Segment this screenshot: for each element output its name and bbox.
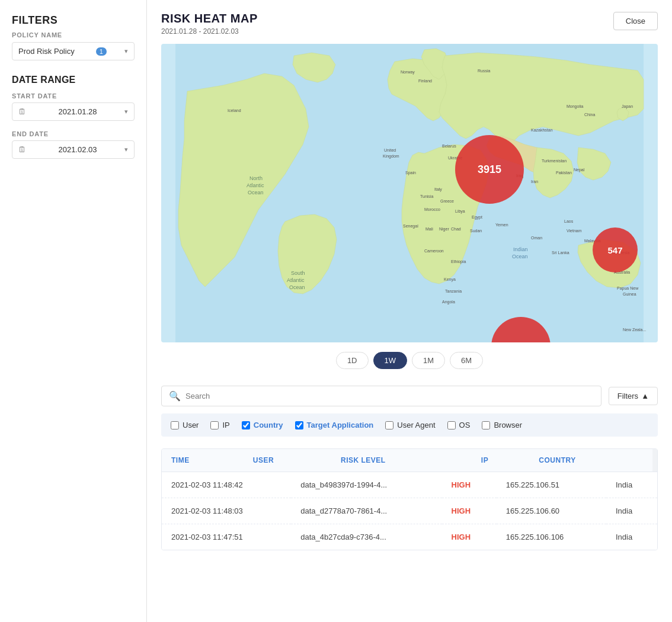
svg-text:Cameroon: Cameroon [424,249,444,253]
chevron-down-icon: ▾ [124,108,128,116]
cell-risk: HIGH [442,498,497,524]
calendar-icon: 🗓 [18,107,26,116]
filter-browser-label: Browser [494,421,522,429]
svg-text:Iran: Iran [531,179,538,184]
cell-country: India [606,524,657,550]
time-btn-6m[interactable]: 6M [450,352,483,369]
svg-text:Mongolia: Mongolia [567,104,584,109]
col-user: USER [244,449,331,472]
start-date-label: START DATE [12,92,135,100]
filter-user-checkbox[interactable] [171,421,179,429]
svg-text:Pakistan: Pakistan [556,171,572,175]
search-input-wrap[interactable]: 🔍 [161,386,601,406]
policy-dropdown[interactable]: Prod Risk Policy 1 ▾ [12,42,135,60]
svg-text:Finland: Finland [418,79,432,83]
end-date-label: END DATE [12,130,135,137]
filter-os-checkbox[interactable] [447,421,456,429]
time-range-controls: 1D 1W 1M 6M [161,352,658,369]
search-input[interactable] [185,392,594,400]
chevron-down-icon: ▾ [124,146,128,153]
svg-text:Kenya: Kenya [444,277,456,282]
col-time: TIME [162,449,244,472]
svg-text:Iceland: Iceland [228,108,241,113]
svg-text:Norway: Norway [401,70,415,75]
cell-user: data_d2778a70-7861-4... [291,498,441,524]
time-btn-1d[interactable]: 1D [336,352,369,369]
scroll-spacer [652,449,657,472]
svg-text:Atlantic: Atlantic [247,182,264,188]
table-row: 2021-02-03 11:48:03 data_d2778a70-7861-4… [162,498,657,524]
search-bar: 🔍 Filters ▲ [161,386,658,406]
date-subtitle: 2021.01.28 - 2021.02.03 [161,27,258,36]
filter-target-app-label: Target Application [307,421,374,429]
start-date-value: 2021.01.28 [58,107,97,116]
svg-text:Russia: Russia [478,69,491,73]
cell-ip: 165.225.106.60 [497,498,606,524]
cell-user: data_4b27cda9-c736-4... [291,524,441,550]
close-button[interactable]: Close [613,12,658,30]
end-date-value: 2021.02.03 [58,145,97,154]
page-title: RISK HEAT MAP [161,12,258,25]
cell-ip: 165.225.106.106 [497,524,606,550]
filter-user[interactable]: User [171,421,199,429]
filter-os-label: OS [459,421,471,429]
svg-text:Libya: Libya [455,209,465,214]
col-ip: IP [472,449,530,472]
svg-text:Ocean: Ocean [248,190,264,195]
svg-text:Angola: Angola [442,300,455,304]
svg-text:New Zeala...: New Zeala... [623,328,646,332]
svg-text:Morocco: Morocco [424,207,440,211]
cell-ip: 165.225.106.51 [497,472,606,498]
time-btn-1m[interactable]: 1M [412,352,445,369]
time-btn-1w[interactable]: 1W [373,352,408,369]
col-risk: RISK LEVEL [331,449,472,472]
svg-text:China: China [584,113,595,117]
svg-text:Oman: Oman [531,236,542,240]
svg-text:Ocean: Ocean [289,284,305,290]
filter-country[interactable]: Country [242,421,283,429]
filter-country-checkbox[interactable] [242,421,250,429]
filter-user-agent-label: User Agent [397,421,435,429]
svg-text:Laos: Laos [564,219,574,223]
filter-columns-row: User IP Country Target Application User … [161,413,658,437]
svg-text:South: South [291,270,305,276]
search-icon: 🔍 [169,390,181,402]
svg-text:Ocean: Ocean [512,254,528,259]
svg-text:Yemen: Yemen [495,223,508,227]
svg-text:Tanzania: Tanzania [445,289,462,293]
filter-ip[interactable]: IP [210,421,229,429]
svg-text:Egypt: Egypt [472,215,482,220]
svg-text:United: United [384,148,396,152]
date-range-title: DATE RANGE [12,75,135,85]
start-date-picker[interactable]: 🗓 2021.01.28 ▾ [12,102,135,121]
filter-ip-label: IP [222,421,229,429]
svg-text:Kazakhstan: Kazakhstan [531,128,553,132]
end-date-picker[interactable]: 🗓 2021.02.03 ▾ [12,140,135,159]
svg-text:Turkmenistan: Turkmenistan [542,159,567,163]
table-row: 2021-02-03 11:48:42 data_b498397d-1994-4… [162,472,657,498]
filter-user-agent[interactable]: User Agent [385,421,435,429]
filters-button[interactable]: Filters ▲ [609,387,658,405]
cell-country: India [606,498,657,524]
cell-time: 2021-02-03 11:47:51 [162,524,291,550]
sidebar: FILTERS POLICY NAME Prod Risk Policy 1 ▾… [0,0,147,622]
filter-target-app-checkbox[interactable] [295,421,303,429]
filter-os[interactable]: OS [447,421,471,429]
policy-name-label: POLICY NAME [12,31,135,39]
cell-user: data_b498397d-1994-4... [291,472,441,498]
filter-target-app[interactable]: Target Application [295,421,374,429]
svg-text:Mali: Mali [425,227,433,231]
table-row: 2021-02-03 11:47:51 data_4b27cda9-c736-4… [162,524,657,550]
svg-text:3915: 3915 [478,163,501,175]
filter-browser-checkbox[interactable] [482,421,490,429]
filter-user-agent-checkbox[interactable] [385,421,393,429]
svg-text:Italy: Italy [434,187,442,192]
calendar-icon: 🗓 [18,145,26,154]
filters-label: Filters [617,392,638,400]
table-scroll-container[interactable]: 2021-02-03 11:48:42 data_b498397d-1994-4… [162,472,657,550]
svg-text:Japan: Japan [622,104,633,109]
svg-text:North: North [249,175,263,181]
filter-ip-checkbox[interactable] [210,421,219,429]
filter-browser[interactable]: Browser [482,421,522,429]
filter-user-label: User [183,421,199,429]
